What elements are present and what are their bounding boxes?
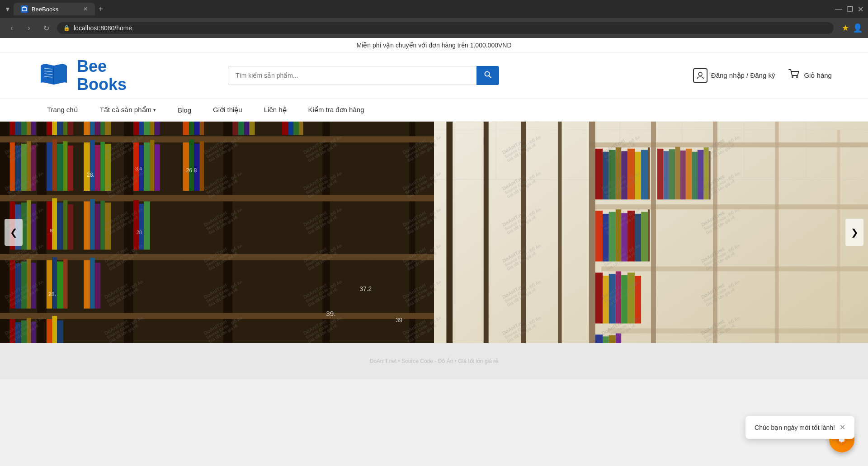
- svg-point-10: [796, 76, 798, 78]
- svg-rect-139: [27, 318, 31, 343]
- cart-link[interactable]: Giỏ hàng: [788, 69, 832, 82]
- nav-item-gioi-thieu[interactable]: Giới thiệu: [202, 99, 253, 121]
- svg-rect-33: [521, 122, 526, 343]
- svg-rect-151: [775, 122, 778, 343]
- login-link[interactable]: Đăng nhập / Đăng ký: [693, 68, 775, 83]
- svg-rect-75: [10, 142, 15, 191]
- svg-rect-149: [651, 122, 656, 343]
- search-button[interactable]: [476, 66, 499, 85]
- maximize-button[interactable]: ❐: [847, 5, 853, 14]
- svg-text:28.: 28.: [48, 291, 56, 297]
- svg-rect-186: [627, 273, 635, 323]
- svg-rect-63: [232, 122, 238, 135]
- svg-line-7: [489, 76, 491, 78]
- minimize-button[interactable]: —: [835, 5, 842, 14]
- svg-text:28: 28: [137, 230, 142, 235]
- svg-rect-62: [200, 122, 204, 135]
- logo-icon: [36, 57, 72, 94]
- svg-rect-125: [21, 261, 27, 308]
- cart-text: Giỏ hàng: [804, 71, 832, 80]
- svg-rect-30: [409, 122, 415, 343]
- svg-rect-114: [95, 204, 100, 249]
- svg-rect-32: [484, 122, 489, 343]
- nav-item-blog[interactable]: Blog: [167, 99, 202, 121]
- nav-item-all-products[interactable]: Tất cả sản phẩm ▾: [89, 99, 167, 121]
- logo-area[interactable]: Bee Books: [36, 57, 127, 94]
- svg-rect-45: [52, 122, 57, 135]
- svg-rect-191: [616, 334, 621, 343]
- header-actions: Đăng nhập / Đăng ký Giỏ hàng: [693, 68, 832, 83]
- svg-rect-113: [90, 199, 95, 249]
- refresh-button[interactable]: ↻: [40, 22, 52, 34]
- svg-rect-79: [31, 145, 36, 191]
- svg-rect-108: [52, 198, 57, 250]
- profile-icon[interactable]: 👤: [853, 23, 863, 33]
- svg-rect-40: [15, 122, 21, 135]
- svg-rect-142: [52, 316, 57, 343]
- lock-icon: 🔒: [63, 25, 70, 31]
- svg-rect-85: [84, 142, 90, 191]
- svg-rect-57: [150, 122, 155, 135]
- toast-close-button[interactable]: ✕: [840, 423, 845, 432]
- bookmark-star-icon[interactable]: ★: [842, 23, 849, 33]
- browser-nav-bar: ‹ › ↻ 🔒 localhost:8080/home ★ 👤: [0, 18, 868, 38]
- browser-tab-area: ▼ BeeBooks ✕ +: [5, 3, 835, 15]
- svg-rect-150: [713, 122, 717, 343]
- svg-rect-127: [31, 263, 36, 308]
- svg-rect-156: [616, 147, 621, 199]
- svg-rect-123: [10, 260, 15, 309]
- carousel-prev-button[interactable]: ❮: [5, 219, 23, 246]
- svg-rect-180: [648, 209, 650, 261]
- svg-rect-83: [63, 141, 68, 191]
- svg-rect-167: [686, 149, 692, 199]
- carousel-next-button[interactable]: ❯: [845, 219, 863, 246]
- svg-rect-55: [139, 122, 144, 135]
- promo-text: Miễn phí vận chuyển với đơn hàng trên 1.…: [356, 42, 511, 49]
- new-tab-button[interactable]: +: [99, 5, 104, 14]
- forward-button[interactable]: ›: [23, 22, 35, 34]
- nav-item-kiem-tra-don-hang[interactable]: Kiểm tra đơn hàng: [297, 99, 375, 121]
- nav-item-trang-chu[interactable]: Trang chủ: [36, 99, 89, 121]
- window-controls: — ❐ ✕: [835, 5, 863, 14]
- svg-rect-82: [57, 144, 63, 191]
- svg-rect-170: [704, 147, 709, 199]
- svg-rect-134: [95, 263, 100, 308]
- search-input[interactable]: [228, 66, 476, 85]
- svg-rect-166: [680, 151, 685, 199]
- svg-text:3.4: 3.4: [135, 166, 142, 171]
- svg-rect-161: [648, 147, 650, 199]
- close-window-button[interactable]: ✕: [858, 5, 863, 14]
- search-area: [228, 66, 499, 85]
- svg-rect-187: [635, 276, 641, 324]
- svg-rect-146: [601, 266, 868, 271]
- dropdown-arrow-icon: ▾: [153, 107, 156, 113]
- svg-rect-70: [299, 122, 303, 135]
- svg-rect-164: [669, 149, 675, 199]
- svg-rect-126: [27, 259, 31, 309]
- svg-rect-24: [124, 122, 133, 343]
- nav-item-lien-he[interactable]: Liên hệ: [253, 99, 297, 121]
- svg-rect-136: [10, 319, 15, 343]
- svg-rect-42: [27, 122, 31, 135]
- svg-rect-64: [238, 122, 245, 135]
- svg-rect-31: [446, 122, 453, 343]
- svg-text:26.8: 26.8: [186, 167, 197, 174]
- svg-rect-78: [27, 141, 31, 191]
- svg-rect-76: [15, 146, 21, 191]
- expand-tabs-button[interactable]: ▼: [5, 5, 11, 13]
- svg-rect-23: [75, 122, 84, 343]
- svg-rect-168: [692, 152, 698, 200]
- svg-rect-128: [47, 260, 52, 309]
- svg-rect-56: [144, 122, 150, 135]
- login-text: Đăng nhập / Đăng ký: [711, 71, 775, 80]
- svg-rect-163: [663, 151, 669, 199]
- address-bar[interactable]: 🔒 localhost:8080/home: [57, 22, 834, 34]
- svg-rect-77: [21, 144, 27, 191]
- back-button[interactable]: ‹: [5, 22, 18, 34]
- tab-close-button[interactable]: ✕: [83, 6, 88, 12]
- svg-rect-25: [174, 122, 183, 343]
- svg-rect-119: [144, 201, 150, 249]
- svg-text:28.: 28.: [87, 172, 94, 178]
- cart-icon: [788, 69, 800, 82]
- browser-tab[interactable]: BeeBooks ✕: [14, 3, 95, 15]
